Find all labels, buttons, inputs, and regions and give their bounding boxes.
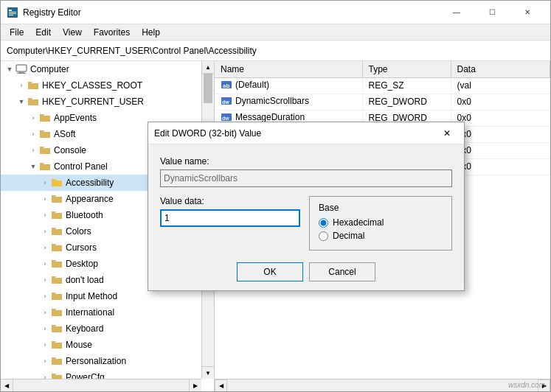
dialog-buttons: OK Cancel bbox=[160, 259, 452, 281]
tree-label-appearance: Appearance bbox=[66, 194, 114, 204]
ok-button[interactable]: OK bbox=[237, 262, 303, 281]
expand-international[interactable]: › bbox=[39, 307, 51, 318]
window-controls: — ☐ ✕ bbox=[440, 1, 544, 24]
minimize-button[interactable]: — bbox=[440, 1, 474, 24]
reg-type-dynscroll: REG_DWORD bbox=[362, 94, 451, 110]
tree-item-international[interactable]: › International bbox=[1, 304, 214, 321]
tree-scrollbar-h[interactable]: ◀ ▶ bbox=[1, 379, 201, 391]
folder-icon-mouse bbox=[51, 339, 63, 351]
expand-cursors[interactable]: › bbox=[39, 242, 51, 253]
expand-mouse[interactable]: › bbox=[39, 339, 51, 351]
expand-appevents[interactable]: › bbox=[27, 112, 39, 124]
reg-data-row6: 0x0 bbox=[451, 158, 550, 175]
close-button[interactable]: ✕ bbox=[510, 1, 544, 24]
radio-hex-label: Hexadecimal bbox=[333, 217, 384, 228]
tree-label-hkcu: HKEY_CURRENT_USER bbox=[42, 97, 144, 107]
tree-label-keyboard: Keyboard bbox=[66, 323, 103, 334]
svg-rect-5 bbox=[16, 65, 27, 71]
expand-colors[interactable]: › bbox=[39, 225, 51, 237]
reg-type-default: REG_SZ bbox=[362, 77, 451, 94]
dialog-body: Value name: Value data: Base Hexadecimal… bbox=[148, 144, 464, 290]
expand-computer[interactable]: ▼ bbox=[4, 63, 15, 75]
window-title: Registry Editor bbox=[23, 7, 440, 18]
menu-file[interactable]: File bbox=[4, 26, 30, 39]
expand-hkcr[interactable]: › bbox=[15, 80, 27, 91]
watermark: wsxdn.com bbox=[508, 381, 545, 389]
menu-bar: File Edit View Favorites Help bbox=[1, 24, 550, 41]
svg-rect-1 bbox=[9, 10, 12, 11]
reg-data-minhit: 0x0 bbox=[451, 126, 550, 142]
app-icon bbox=[7, 7, 18, 18]
dialog-title-bar: Edit DWORD (32-bit) Value ✕ bbox=[148, 122, 464, 144]
reg-data-default: (val bbox=[451, 77, 550, 94]
folder-icon-dontload bbox=[51, 274, 63, 286]
expand-accessibility[interactable]: › bbox=[39, 177, 51, 189]
tree-item-hkcr[interactable]: › HKEY_CLASSES_ROOT bbox=[1, 77, 214, 94]
tree-item-hkcu[interactable]: ▼ HKEY_CURRENT_USER bbox=[1, 94, 214, 110]
folder-icon-accessibility bbox=[51, 177, 63, 189]
h-scroll-track bbox=[13, 379, 189, 391]
base-group: Base Hexadecimal Decimal bbox=[309, 196, 452, 251]
expand-controlpanel[interactable]: ▼ bbox=[27, 161, 39, 172]
scroll-up-btn[interactable]: ▲ bbox=[202, 61, 214, 74]
menu-help[interactable]: Help bbox=[136, 26, 166, 39]
expand-dontload[interactable]: › bbox=[39, 274, 51, 286]
folder-icon-desktop bbox=[51, 258, 63, 270]
svg-text:dw: dw bbox=[222, 116, 229, 121]
table-row[interactable]: dw DynamicScrollbars REG_DWORD 0x0 bbox=[215, 94, 550, 110]
svg-text:dw: dw bbox=[222, 99, 229, 105]
folder-icon-hkcu bbox=[27, 96, 39, 108]
value-data-input[interactable] bbox=[160, 209, 300, 227]
tree-item-computer[interactable]: ▼ Computer bbox=[1, 61, 214, 77]
tree-item-mouse[interactable]: › Mouse bbox=[1, 337, 214, 353]
svg-rect-7 bbox=[17, 73, 26, 74]
tree-item-keyboard[interactable]: › Keyboard bbox=[1, 321, 214, 337]
base-label: Base bbox=[319, 203, 443, 213]
tree-label-hkcr: HKEY_CLASSES_ROOT bbox=[42, 80, 142, 91]
expand-keyboard[interactable]: › bbox=[39, 323, 51, 335]
folder-icon-console bbox=[39, 144, 51, 156]
tree-label-inputmethod: Input Method bbox=[66, 291, 117, 301]
menu-favorites[interactable]: Favorites bbox=[88, 26, 136, 39]
table-row[interactable]: ab (Default) REG_SZ (val bbox=[215, 77, 550, 94]
folder-icon-controlpanel bbox=[39, 161, 51, 172]
menu-view[interactable]: View bbox=[57, 26, 88, 39]
value-data-label: Value data: bbox=[160, 196, 300, 206]
tree-label-asoft: ASoft bbox=[54, 129, 75, 139]
maximize-button[interactable]: ☐ bbox=[475, 1, 509, 24]
right-scroll-left-btn[interactable]: ◀ bbox=[215, 379, 227, 392]
expand-appearance[interactable]: › bbox=[39, 193, 51, 205]
expand-hkcu[interactable]: ▼ bbox=[15, 96, 27, 108]
cancel-button[interactable]: Cancel bbox=[309, 262, 375, 281]
tree-label-controlpanel: Control Panel bbox=[54, 161, 108, 172]
radio-decimal[interactable]: Decimal bbox=[319, 231, 443, 241]
value-data-section: Value data: bbox=[160, 196, 300, 251]
radio-dec-label: Decimal bbox=[333, 231, 364, 241]
radio-dec-input[interactable] bbox=[319, 231, 328, 241]
tree-label-desktop: Desktop bbox=[66, 259, 98, 269]
expand-personalization[interactable]: › bbox=[39, 355, 51, 367]
col-type: Type bbox=[362, 61, 451, 77]
menu-edit[interactable]: Edit bbox=[30, 26, 57, 39]
expand-asoft[interactable]: › bbox=[27, 128, 39, 140]
scroll-right-btn[interactable]: ▶ bbox=[189, 379, 201, 391]
scroll-down-btn[interactable]: ▼ bbox=[202, 366, 214, 379]
reg-name-default: ab (Default) bbox=[215, 77, 362, 94]
radio-hexadecimal[interactable]: Hexadecimal bbox=[319, 217, 443, 228]
expand-console[interactable]: › bbox=[27, 144, 39, 156]
radio-hex-input[interactable] bbox=[319, 218, 328, 228]
value-name-input[interactable] bbox=[160, 169, 452, 187]
scroll-left-btn[interactable]: ◀ bbox=[1, 379, 13, 391]
folder-icon-personalization bbox=[51, 355, 63, 367]
expand-bluetooth[interactable]: › bbox=[39, 209, 51, 221]
tree-label-mouse: Mouse bbox=[66, 340, 92, 350]
scroll-thumb[interactable] bbox=[204, 74, 212, 103]
expand-inputmethod[interactable]: › bbox=[39, 290, 51, 302]
address-bar: Computer\HKEY_CURRENT_USER\Control Panel… bbox=[1, 41, 550, 61]
expand-desktop[interactable]: › bbox=[39, 258, 51, 270]
right-scroll-track bbox=[227, 379, 538, 392]
dialog-close-button[interactable]: ✕ bbox=[436, 124, 458, 143]
tree-item-personalization[interactable]: › Personalization bbox=[1, 353, 214, 369]
right-scrollbar-h[interactable]: ◀ ▶ bbox=[215, 379, 550, 391]
folder-icon-bluetooth bbox=[51, 209, 63, 221]
